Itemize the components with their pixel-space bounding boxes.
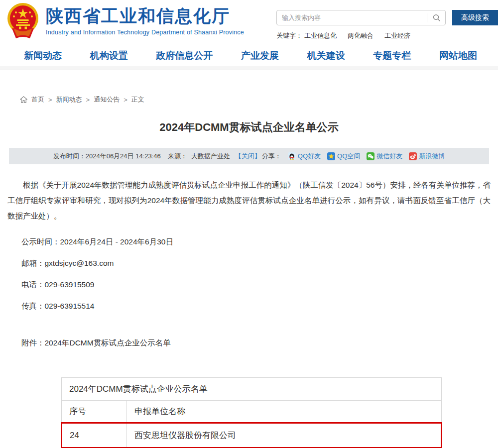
article-details: 公示时间：2024年6月24日 - 2024年6月30日 邮箱：gxtdsjcy… bbox=[7, 234, 491, 313]
keywords-label: 关键字： bbox=[276, 31, 302, 40]
table-caption-row: 2024年DCMM贯标试点企业公示名单 bbox=[62, 378, 442, 401]
page-content: 首页 > 新闻动态 > 通知公告 > 正文 2024年DCMM贯标试点企业名单公… bbox=[0, 95, 498, 448]
nav-separator bbox=[0, 66, 498, 70]
detail-value: 2024年6月24日 - 2024年6月30日 bbox=[60, 237, 173, 246]
table-col-name: 申报单位名称 bbox=[127, 401, 442, 423]
hot-keywords: 关键字： 工业信息化 两化融合 工业经济 bbox=[276, 31, 498, 40]
qzone-icon bbox=[327, 152, 335, 160]
share-qzone[interactable]: QQ空间 bbox=[327, 152, 360, 161]
detail-label: 电话： bbox=[21, 280, 45, 289]
search-icon bbox=[432, 13, 441, 22]
detail-email: 邮箱：gxtdsjcyc@163.com bbox=[7, 256, 491, 270]
national-emblem-logo bbox=[7, 2, 39, 39]
detail-value: 029-63915509 bbox=[45, 280, 95, 289]
weibo-icon bbox=[409, 152, 417, 160]
source-label: 来源： bbox=[168, 152, 187, 161]
row-company-name: 西安思坦仪器股份有限公司 bbox=[127, 423, 442, 448]
attachment-line: 附件：2024年DCMM贯标试点企业公示名单 bbox=[7, 338, 491, 348]
nav-item-organization[interactable]: 机构设置 bbox=[90, 49, 128, 62]
breadcrumb-home[interactable]: 首页 bbox=[31, 95, 44, 104]
source-value: 大数据产业处 bbox=[191, 152, 230, 161]
share-weibo-label: 新浪微博 bbox=[419, 152, 445, 161]
nav-item-gov-info[interactable]: 政府信息公开 bbox=[156, 49, 213, 62]
breadcrumb-notices[interactable]: 通知公告 bbox=[94, 95, 120, 104]
detail-value: 029-63915514 bbox=[45, 302, 95, 310]
nav-item-industry[interactable]: 产业发展 bbox=[241, 49, 279, 62]
share-qq-label: QQ好友 bbox=[298, 152, 321, 161]
wechat-icon bbox=[367, 152, 374, 160]
nav-item-topics[interactable]: 专题专栏 bbox=[373, 49, 411, 62]
detail-label: 传真： bbox=[21, 302, 45, 310]
detail-label: 邮箱： bbox=[21, 259, 45, 267]
keyword-link[interactable]: 工业经济 bbox=[384, 31, 410, 40]
nav-item-sitemap[interactable]: 网站地图 bbox=[439, 49, 477, 62]
share-weibo[interactable]: 新浪微博 bbox=[409, 152, 445, 161]
table-caption: 2024年DCMM贯标试点企业公示名单 bbox=[62, 378, 442, 401]
publish-label: 发布时间： bbox=[53, 152, 86, 161]
detail-fax: 传真：029-63915514 bbox=[7, 299, 491, 313]
breadcrumb-separator: > bbox=[86, 96, 90, 104]
breadcrumb-news[interactable]: 新闻动态 bbox=[56, 95, 82, 104]
table-header-row: 序号 申报单位名称 bbox=[62, 401, 442, 423]
share-wechat[interactable]: 微信好友 bbox=[367, 152, 402, 161]
breadcrumb: 首页 > 新闻动态 > 通知公告 > 正文 bbox=[20, 95, 491, 104]
site-subtitle: Industry and Information Technology Depa… bbox=[46, 29, 244, 36]
attachment-label: 附件： bbox=[21, 338, 45, 347]
breadcrumb-current: 正文 bbox=[131, 95, 144, 104]
keyword-link[interactable]: 两化融合 bbox=[348, 31, 374, 40]
search-input[interactable] bbox=[277, 14, 427, 21]
detail-label: 公示时间： bbox=[21, 237, 60, 246]
detail-publicity-period: 公示时间：2024年6月24日 - 2024年6月30日 bbox=[7, 234, 491, 249]
site-header: 陕西省工业和信息化厅 Industry and Information Tech… bbox=[0, 0, 498, 45]
search-button[interactable] bbox=[427, 10, 445, 25]
table-col-no: 序号 bbox=[62, 401, 127, 423]
site-title: 陕西省工业和信息化厅 bbox=[46, 6, 244, 26]
keyword-link[interactable]: 工业信息化 bbox=[304, 31, 337, 40]
qq-icon bbox=[288, 152, 296, 160]
site-brand: 陕西省工业和信息化厅 Industry and Information Tech… bbox=[7, 2, 244, 39]
share-qq-friend[interactable]: QQ好友 bbox=[288, 152, 321, 161]
search-box bbox=[276, 10, 446, 25]
search-area: 高级搜索 关键字： 工业信息化 两化融合 工业经济 bbox=[276, 10, 498, 40]
home-icon bbox=[20, 96, 27, 103]
share-label: 分享： bbox=[262, 152, 281, 161]
detail-value: gxtdsjcyc@163.com bbox=[45, 259, 114, 267]
attachment-link[interactable]: 2024年DCMM贯标试点企业公示名单 bbox=[45, 338, 171, 347]
article-meta-bar: 发布时间： 2024年06月24日 14:23:46 来源： 大数据产业处 【关… bbox=[9, 148, 489, 164]
article-paragraph: 根据《关于开展2024年数据管理能力成熟度评估贯标试点企业申报工作的通知》（陕工… bbox=[7, 177, 491, 224]
nav-item-agency[interactable]: 机关建设 bbox=[307, 49, 345, 62]
share-wechat-label: 微信好友 bbox=[376, 152, 402, 161]
main-nav: 新闻动态 机构设置 政府信息公开 产业发展 机关建设 专题专栏 网站地图 bbox=[0, 45, 498, 66]
row-no: 24 bbox=[62, 423, 127, 448]
share-qzone-label: QQ空间 bbox=[337, 152, 360, 161]
nav-item-news[interactable]: 新闻动态 bbox=[24, 49, 62, 62]
close-link[interactable]: 【关闭】 bbox=[235, 152, 261, 161]
publish-time: 2024年06月24日 14:23:46 bbox=[86, 152, 161, 161]
publicity-table: 2024年DCMM贯标试点企业公示名单 序号 申报单位名称 24 西安思坦仪器股… bbox=[61, 377, 442, 448]
article-title: 2024年DCMM贯标试点企业名单公示 bbox=[7, 120, 491, 135]
detail-phone: 电话：029-63915509 bbox=[7, 277, 491, 292]
advanced-search-button[interactable]: 高级搜索 bbox=[452, 10, 498, 25]
table-row-highlighted: 24 西安思坦仪器股份有限公司 bbox=[62, 423, 442, 448]
breadcrumb-separator: > bbox=[124, 96, 127, 104]
breadcrumb-separator: > bbox=[48, 96, 52, 104]
